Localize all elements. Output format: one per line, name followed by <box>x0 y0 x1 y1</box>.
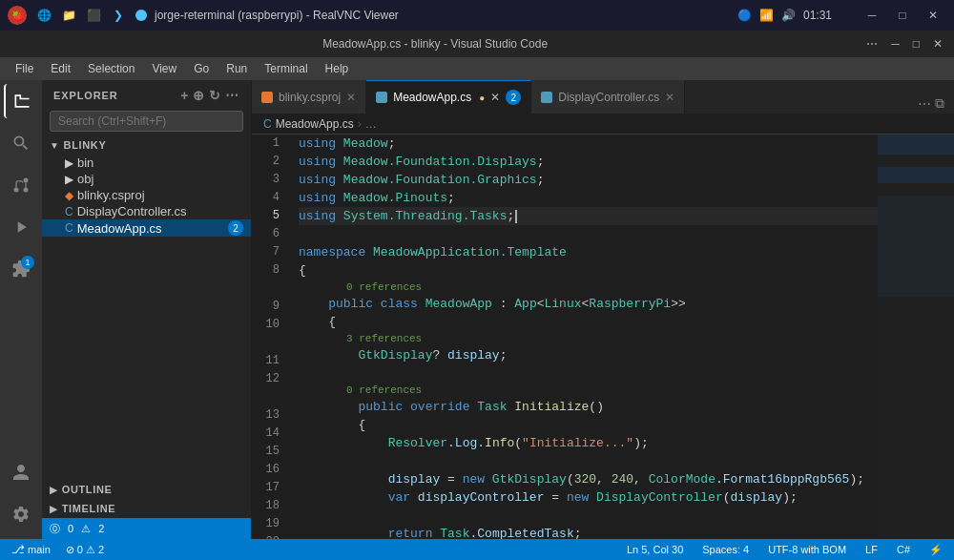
eol-item[interactable]: LF <box>861 544 881 555</box>
code-line: { <box>299 416 878 434</box>
vscode-titlebar: MeadowApp.cs - blinky - Visual Studio Co… <box>0 31 954 57</box>
activity-scm[interactable] <box>4 168 38 202</box>
code-line-ref: 3 references <box>299 331 878 346</box>
menu-help[interactable]: Help <box>318 60 357 77</box>
breadcrumb-file[interactable]: MeadowApp.cs <box>276 117 354 131</box>
line-number: 4 <box>252 189 287 207</box>
notifications-icon: ⚡ <box>929 544 943 556</box>
sidebar-collapse-btn[interactable]: ⋯ <box>225 88 239 103</box>
volume-icon: 🔊 <box>781 9 796 22</box>
menu-edit[interactable]: Edit <box>43 60 78 77</box>
activity-settings[interactable] <box>4 497 38 531</box>
line-number: 13 <box>252 406 287 425</box>
vscode-minimize-btn[interactable]: ─ <box>887 35 903 52</box>
eol-label: LF <box>865 544 878 555</box>
tree-item-csproj[interactable]: ◆ blinky.csproj <box>42 187 251 203</box>
tree-item-bin[interactable]: ▶ bin <box>42 155 251 171</box>
notifications-item[interactable]: ⚡ <box>925 544 946 556</box>
outline-header[interactable]: ▶ OUTLINE <box>42 480 251 499</box>
line-number: 18 <box>252 497 287 515</box>
editor-area: blinky.csproj ✕ MeadowApp.cs ● ✕ 2 Displ… <box>252 80 954 539</box>
vscode-close-btn[interactable]: ✕ <box>929 35 946 52</box>
tree-item-label: DisplayController.cs <box>77 204 187 218</box>
code-line: using Meadow.Foundation.Displays; <box>299 153 878 171</box>
activity-run[interactable] <box>4 210 38 244</box>
error-icon: ⓪ <box>50 522 60 536</box>
vscode-more-btn[interactable]: ⋯ <box>862 35 881 52</box>
activity-account[interactable] <box>4 455 38 489</box>
line-number: 12 <box>252 370 287 388</box>
menu-run[interactable]: Run <box>218 60 255 77</box>
maximize-button[interactable]: □ <box>889 6 916 25</box>
line-number: 19 <box>252 515 287 533</box>
tab-bar: blinky.csproj ✕ MeadowApp.cs ● ✕ 2 Displ… <box>252 80 954 114</box>
window-title-text: jorge-reterminal (raspberrypi) - RealVNC… <box>155 9 399 22</box>
taskbar-icons: 🌐 📁 ⬛ ❯ jorge-reterminal (raspberrypi) -… <box>34 6 399 25</box>
code-editor[interactable]: 1 2 3 4 5 6 7 8 · 9 10 · 11 12 · 13 14 1… <box>252 135 954 539</box>
project-header[interactable]: ▼ BLINKY <box>42 135 251 155</box>
code-content[interactable]: using Meadow; using Meadow.Foundation.Di… <box>295 135 878 539</box>
chevron-right-icon: ▶ <box>65 173 73 186</box>
minimap-visual <box>878 135 954 539</box>
activity-bar: 1 <box>0 80 42 539</box>
errors-item[interactable]: ⊘ 0 ⚠ 2 <box>62 544 108 556</box>
code-line: return Task.CompletedTask; <box>299 525 878 539</box>
warning-count: 2 <box>98 544 104 555</box>
cursor-position-item[interactable]: Ln 5, Col 30 <box>623 544 687 555</box>
tab-displaycontroller[interactable]: DisplayController.cs ✕ <box>531 80 685 114</box>
tab-split-button[interactable]: ⧉ <box>933 93 946 114</box>
search-input[interactable] <box>50 111 243 132</box>
minimize-button[interactable]: ─ <box>859 6 885 25</box>
clock: 01:31 <box>803 9 832 22</box>
activity-search[interactable] <box>4 126 38 160</box>
menu-go[interactable]: Go <box>186 60 217 77</box>
tree-item-label: MeadowApp.cs <box>77 221 162 236</box>
activity-bar-bottom <box>4 455 38 531</box>
code-line: public class MeadowApp : App<Linux<Raspb… <box>299 295 878 313</box>
activity-explorer[interactable] <box>4 84 38 118</box>
statusbar-right: Ln 5, Col 30 Spaces: 4 UTF-8 with BOM LF… <box>623 544 946 556</box>
tab-meadowapp[interactable]: MeadowApp.cs ● ✕ 2 <box>366 80 531 114</box>
chevron-right-icon: ▶ <box>50 485 58 495</box>
tab-file-icon <box>261 92 273 103</box>
menu-selection[interactable]: Selection <box>80 60 142 77</box>
line-number: 6 <box>252 225 287 243</box>
menu-file[interactable]: File <box>8 60 41 77</box>
encoding-item[interactable]: UTF-8 with BOM <box>764 544 850 555</box>
sidebar-refresh-btn[interactable]: ↻ <box>209 88 221 103</box>
sidebar-bottom: ▶ OUTLINE ▶ TIMELINE <box>42 480 251 518</box>
line-number: 16 <box>252 461 287 479</box>
tab-blinky-csproj[interactable]: blinky.csproj ✕ <box>252 80 366 114</box>
activity-extensions[interactable]: 1 <box>4 252 38 286</box>
tab-more-button[interactable]: ⋯ <box>916 94 933 114</box>
vscode-window-controls[interactable]: ⋯ ─ □ ✕ <box>862 35 946 52</box>
sidebar-actions: + ⊕ ↻ ⋯ <box>180 88 239 103</box>
window-controls[interactable]: ─ □ ✕ <box>859 6 946 25</box>
menu-terminal[interactable]: Terminal <box>257 60 315 77</box>
svg-point-1 <box>24 178 29 183</box>
vscode-window-title: MeadowApp.cs - blinky - Visual Studio Co… <box>8 37 862 51</box>
tree-item-obj[interactable]: ▶ obj <box>42 171 251 187</box>
code-line-ref: 0 references <box>299 383 878 398</box>
tree-item-displaycontroller[interactable]: C DisplayController.cs <box>42 203 251 219</box>
tab-close-button[interactable]: ✕ <box>346 91 356 104</box>
close-button[interactable]: ✕ <box>920 6 946 25</box>
vscode-maximize-btn[interactable]: □ <box>909 35 923 52</box>
outline-label: OUTLINE <box>62 484 113 495</box>
tab-close-button[interactable]: ✕ <box>490 91 500 104</box>
sidebar-new-folder-btn[interactable]: ⊕ <box>193 88 205 103</box>
tree-item-meadowapp[interactable]: C MeadowApp.cs 2 <box>42 219 251 237</box>
menu-view[interactable]: View <box>144 60 184 77</box>
timeline-label: TIMELINE <box>62 503 116 514</box>
warning-icon: ⚠ <box>81 523 91 535</box>
chevron-down-icon: ▼ <box>50 140 60 151</box>
line-number: 14 <box>252 425 287 443</box>
language-item[interactable]: C# <box>893 544 914 555</box>
tab-label: MeadowApp.cs <box>393 91 471 104</box>
indentation-item[interactable]: Spaces: 4 <box>698 544 753 555</box>
tab-label: DisplayController.cs <box>558 91 659 104</box>
tab-close-button[interactable]: ✕ <box>665 91 674 104</box>
timeline-header[interactable]: ▶ TIMELINE <box>42 499 251 518</box>
sidebar-new-file-btn[interactable]: + <box>180 88 189 103</box>
git-branch-item[interactable]: ⎇ main <box>8 543 54 556</box>
